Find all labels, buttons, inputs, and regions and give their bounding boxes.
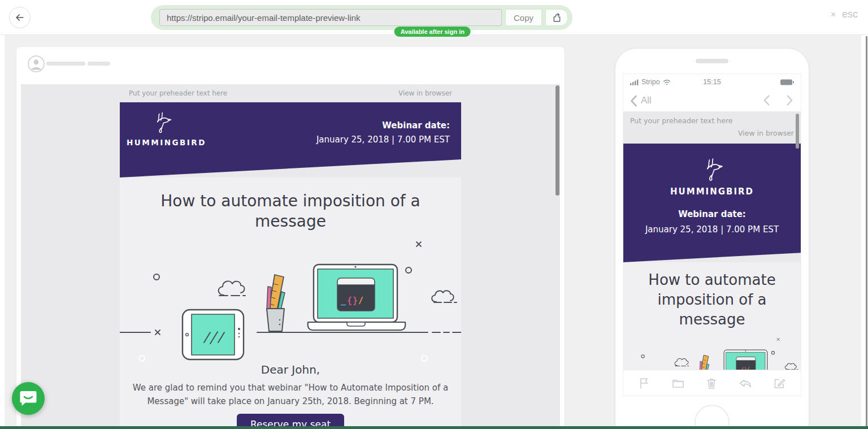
phone-statusbar: Stripo 15:15	[623, 74, 801, 90]
url-bar: Copy	[151, 5, 572, 30]
compose-icon[interactable]	[772, 376, 786, 390]
chat-bubble-icon	[19, 389, 38, 408]
webinar-date-value: January 25, 2018 | 7.00 PM EST	[316, 135, 450, 145]
phone-speaker	[696, 59, 728, 63]
main-area: Put your preheader text here View in bro…	[5, 35, 861, 429]
back-button[interactable]	[9, 7, 31, 28]
next-message-icon[interactable]	[787, 95, 793, 106]
code-slash: /	[358, 296, 363, 306]
email-greeting: Dear John,	[120, 363, 461, 376]
email-column: Put your preheader text here View in bro…	[120, 84, 461, 429]
x-decoration-icon	[416, 242, 421, 246]
folder-icon[interactable]	[671, 376, 685, 390]
esc-control: × esc	[831, 8, 858, 20]
mobile-header-banner: HUMMINGBIRD Webinar date: January 25, 20…	[623, 144, 801, 262]
email-client-header	[16, 47, 565, 84]
brand-name: HUMMINGBIRD	[127, 138, 197, 147]
nav-back-all[interactable]: All	[630, 95, 652, 107]
status-time: 15:15	[703, 78, 721, 86]
hummingbird-logo-icon	[698, 156, 726, 183]
wifi-icon	[663, 79, 671, 85]
code-underscore: _	[341, 296, 346, 306]
workspace-illustration: _ { } /	[120, 232, 461, 362]
signal-icon	[630, 79, 639, 85]
code-brace-open: {	[347, 296, 352, 306]
code-brace-close: }	[353, 296, 358, 306]
hummingbird-logo-icon	[149, 110, 174, 135]
copy-button[interactable]: Copy	[505, 9, 542, 26]
topbar: Copy Available after sign in × esc	[0, 0, 868, 35]
mobile-webinar-date-value: January 25, 2018 | 7.00 PM EST	[623, 224, 801, 235]
mobile-preview-phone: Stripo 15:15 All	[615, 48, 809, 429]
availability-badge: Available after sign in	[394, 27, 471, 37]
reply-icon[interactable]	[738, 376, 753, 390]
window-bottom-border	[0, 426, 868, 429]
close-icon[interactable]: ×	[831, 10, 836, 19]
home-button[interactable]	[695, 405, 730, 429]
chat-widget-button[interactable]	[12, 382, 45, 415]
trash-icon[interactable]	[705, 376, 718, 390]
share-button[interactable]	[545, 9, 568, 26]
mobile-workspace-illustration	[624, 333, 800, 371]
subject-placeholder-bar	[88, 62, 110, 66]
mobile-view-in-browser-link[interactable]: View in browser	[630, 129, 794, 137]
url-input[interactable]	[159, 9, 502, 26]
email-preview-area: Put your preheader text here View in bro…	[21, 84, 560, 429]
flag-icon[interactable]	[638, 376, 652, 390]
mobile-brand-name: HUMMINGBIRD	[623, 187, 801, 197]
email-body: How to automate imposition of a message	[120, 177, 461, 429]
esc-label[interactable]: esc	[842, 8, 858, 20]
webinar-date-label: Webinar date:	[316, 120, 450, 131]
email-headline: How to automate imposition of a message	[120, 177, 461, 232]
nav-back-label: All	[641, 95, 652, 106]
sender-placeholder-bar	[46, 62, 85, 66]
view-in-browser-link[interactable]: View in browser	[398, 89, 452, 97]
desktop-preview-card: Put your preheader text here View in bro…	[16, 46, 565, 429]
mobile-email-headline: How to automate imposition of a message	[623, 262, 801, 333]
phone-mail-nav: All	[623, 90, 801, 111]
prev-message-icon[interactable]	[763, 95, 770, 106]
avatar	[28, 55, 45, 75]
phone-screen: Stripo 15:15 All	[623, 73, 801, 396]
phone-email-content: Put your preheader text here View in bro…	[623, 111, 801, 371]
preheader-text: Put your preheader text here	[129, 89, 227, 97]
mobile-webinar-date-label: Webinar date:	[623, 209, 801, 219]
email-body-text: We are glad to remind you that webinar "…	[131, 381, 450, 408]
battery-icon	[780, 79, 794, 85]
email-header-banner: HUMMINGBIRD Webinar date: January 25, 20…	[120, 102, 461, 177]
share-icon	[552, 12, 562, 23]
email-scrollbar[interactable]	[555, 85, 559, 196]
phone-toolbar	[623, 370, 801, 396]
phone-scrollbar[interactable]	[796, 114, 799, 149]
carrier-name: Stripo	[641, 78, 660, 86]
mobile-preheader-text: Put your preheader text here	[630, 116, 794, 125]
back-arrow-icon	[14, 12, 25, 23]
window-scrollbar[interactable]	[866, 36, 867, 426]
